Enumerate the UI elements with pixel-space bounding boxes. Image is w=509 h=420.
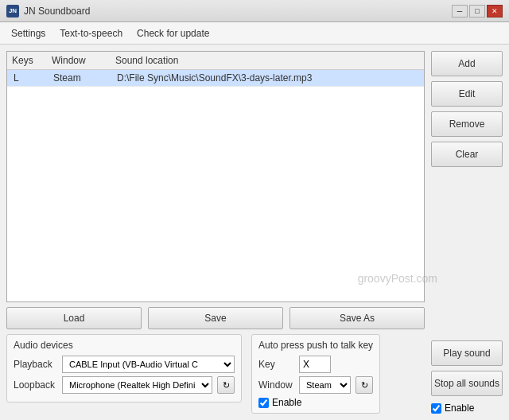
save-as-button[interactable]: Save As xyxy=(289,307,425,329)
remove-button[interactable]: Remove xyxy=(431,111,503,137)
add-button[interactable]: Add xyxy=(431,51,503,76)
title-bar: JN JN Soundboard ─ □ ✕ xyxy=(0,0,509,22)
app-icon: JN xyxy=(6,5,19,18)
enable-label: Enable xyxy=(272,397,301,408)
cell-window: Steam xyxy=(52,72,115,84)
playback-row: Playback CABLE Input (VB-Audio Virtual C xyxy=(14,356,235,373)
left-panel: Keys Window Sound location L Steam D:\Fi… xyxy=(6,51,425,414)
col-header-sound: Sound location xyxy=(114,53,421,68)
title-bar-controls: ─ □ ✕ xyxy=(452,5,503,18)
table-row[interactable]: L Steam D:\File Sync\Music\SoundFX\3-day… xyxy=(7,70,424,87)
loopback-label: Loopback xyxy=(14,379,57,391)
cell-sound: D:\File Sync\Music\SoundFX\3-days-later.… xyxy=(115,72,419,84)
right-panel: Add Edit Remove Clear Play sound Stop al… xyxy=(431,51,503,414)
refresh-window-button[interactable]: ↻ xyxy=(356,376,373,394)
col-header-window: Window xyxy=(50,53,114,68)
close-button[interactable]: ✕ xyxy=(487,5,503,18)
stop-all-button[interactable]: Stop all sounds xyxy=(431,371,503,396)
main-content: Keys Window Sound location L Steam D:\Fi… xyxy=(0,45,509,420)
spacer xyxy=(431,172,503,336)
edit-button[interactable]: Edit xyxy=(431,81,503,107)
play-sound-button[interactable]: Play sound xyxy=(431,340,503,366)
playback-label: Playback xyxy=(14,359,57,370)
audio-devices-section: Audio devices Playback CABLE Input (VB-A… xyxy=(6,334,242,402)
load-button[interactable]: Load xyxy=(6,307,142,329)
push-to-talk-title: Auto press push to talk key xyxy=(258,340,373,351)
audio-devices-title: Audio devices xyxy=(14,340,235,351)
loopback-select[interactable]: Microphone (Realtek High Defini xyxy=(62,376,212,394)
menu-settings[interactable]: Settings xyxy=(5,25,52,41)
minimize-button[interactable]: ─ xyxy=(452,5,468,18)
window-label: Window xyxy=(258,379,294,391)
window-row: Window Steam ↻ xyxy=(258,376,373,394)
refresh-loopback-button[interactable]: ↻ xyxy=(217,376,235,394)
table-body[interactable]: L Steam D:\File Sync\Music\SoundFX\3-day… xyxy=(7,70,424,301)
enable-label-right: Enable xyxy=(445,402,474,414)
save-button[interactable]: Save xyxy=(148,307,283,329)
playback-select[interactable]: CABLE Input (VB-Audio Virtual C xyxy=(62,356,235,373)
enable-checkbox-right[interactable] xyxy=(431,403,441,414)
col-header-keys: Keys xyxy=(10,53,50,68)
push-to-talk-section: Auto press push to talk key Key Window S… xyxy=(251,334,380,414)
cell-keys: L xyxy=(12,72,52,84)
enable-row-right: Enable xyxy=(431,402,503,414)
table-header: Keys Window Sound location xyxy=(7,52,424,70)
key-label: Key xyxy=(258,359,294,370)
maximize-button[interactable]: □ xyxy=(469,5,485,18)
sound-table: Keys Window Sound location L Steam D:\Fi… xyxy=(6,51,425,302)
key-row: Key xyxy=(258,356,373,373)
clear-button[interactable]: Clear xyxy=(431,142,503,167)
bottom-area: Audio devices Playback CABLE Input (VB-A… xyxy=(6,334,425,414)
enable-checkbox[interactable] xyxy=(258,398,269,408)
menu-update[interactable]: Check for update xyxy=(130,25,216,41)
enable-row: Enable xyxy=(258,397,373,408)
title-bar-left: JN JN Soundboard xyxy=(6,5,90,18)
bottom-buttons: Load Save Save As xyxy=(6,307,425,329)
key-input[interactable] xyxy=(299,356,331,373)
menu-bar: Settings Text-to-speech Check for update xyxy=(0,22,509,45)
window-select[interactable]: Steam xyxy=(299,376,351,394)
window-title: JN Soundboard xyxy=(24,6,90,17)
loopback-row: Loopback Microphone (Realtek High Defini… xyxy=(14,376,235,394)
menu-tts[interactable]: Text-to-speech xyxy=(53,25,129,41)
